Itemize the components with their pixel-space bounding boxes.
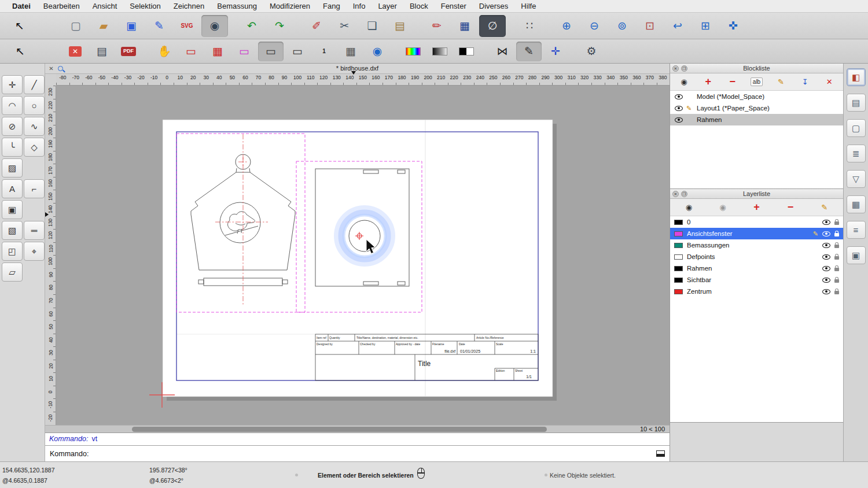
menu-layer[interactable]: Layer (372, 2, 403, 10)
circle-tool[interactable]: ○ (24, 96, 45, 115)
command-input[interactable] (93, 450, 656, 458)
selection-pointer[interactable]: ↖ (6, 15, 33, 37)
detach-panel-icon[interactable]: ❐ (681, 191, 687, 197)
point-tool[interactable]: ✛ (2, 75, 23, 94)
region-tool[interactable]: ◰ (2, 242, 23, 261)
snap-tool[interactable]: ⌖ (24, 242, 45, 261)
layer-row[interactable]: Defpoints ✎ (670, 251, 843, 263)
print[interactable]: ▤ (89, 42, 115, 61)
edit-layer-button[interactable]: ✎ (807, 201, 841, 215)
zoom-window[interactable]: ⊞ (692, 15, 719, 37)
selection-pointer-alt[interactable]: ↖ (8, 42, 33, 61)
lock-icon[interactable] (834, 291, 839, 294)
image-tool[interactable]: ▣ (2, 200, 23, 219)
visibility-eye-icon[interactable] (822, 220, 830, 225)
visibility-eye-icon[interactable] (675, 106, 683, 111)
zoom-out[interactable]: ⊖ (581, 15, 608, 37)
layer-row[interactable]: Rahmen ✎ (670, 263, 843, 274)
layer-row[interactable]: Bemassungen ✎ (670, 239, 843, 251)
viewport-zoom[interactable]: ◉ (365, 42, 390, 61)
text-tool[interactable]: A (2, 179, 23, 198)
ellipse-tool[interactable]: ⊘ (2, 117, 23, 136)
layer-row[interactable]: Sichtbar ✎ (670, 274, 843, 286)
lock-icon[interactable] (834, 279, 839, 283)
detach-panel-icon[interactable]: ❐ (681, 65, 687, 72)
add-block-button[interactable]: + (696, 75, 720, 89)
edit-block-button[interactable]: ✎ (768, 75, 793, 89)
block-row[interactable]: ✎ Model (*Model_Space) (670, 91, 843, 102)
print-preview[interactable]: ◉ (201, 15, 228, 37)
selected-viewport-circle[interactable] (339, 210, 390, 261)
library-browser-toggle[interactable]: ◧ (847, 68, 866, 86)
visibility-eye-icon[interactable] (822, 231, 830, 236)
delete-entities[interactable]: ✐ (303, 15, 330, 37)
menu-selektion[interactable]: Selektion (123, 2, 167, 10)
layer-row[interactable]: Ansichtsfenster ✎ (670, 228, 843, 239)
menu-bemassung[interactable]: Bemassung (211, 2, 263, 10)
save-document[interactable]: ▣ (118, 15, 145, 37)
pdf-export[interactable]: PDF (116, 42, 141, 61)
menu-diverses[interactable]: Diverses (473, 2, 515, 10)
save-as-document[interactable]: ✎ (146, 15, 172, 37)
visibility-eye-icon[interactable] (822, 243, 830, 248)
drawing-frame[interactable]: ▭ (178, 42, 204, 61)
grayscale-button[interactable] (427, 42, 453, 61)
lock-icon[interactable] (834, 256, 839, 260)
single-page-view[interactable]: 1 (311, 42, 337, 61)
clipboard-panel-toggle[interactable]: ▣ (847, 246, 866, 264)
paper-space-view[interactable]: ▭ (258, 42, 284, 61)
line-tool[interactable]: ╱ (24, 75, 45, 94)
viewport-frame[interactable]: ▭ (231, 42, 257, 61)
fit-arrows[interactable]: ⋈ (490, 42, 515, 61)
insert-block-button[interactable]: ↧ (793, 75, 817, 89)
visibility-eye-icon[interactable] (675, 94, 683, 99)
cut[interactable]: ✂ (331, 15, 358, 37)
draw-order[interactable]: ✎ (516, 42, 542, 61)
lock-icon[interactable] (834, 268, 839, 271)
block-visibility-toggle[interactable]: ◉ (672, 75, 696, 89)
visibility-eye-icon[interactable] (675, 117, 683, 123)
menu-datei[interactable]: Datei (6, 2, 37, 10)
previous-view[interactable]: ↩ (664, 15, 691, 37)
visibility-eye-icon[interactable] (822, 289, 830, 294)
crosshair-tool[interactable]: ✛ (543, 42, 568, 61)
lock-icon[interactable] (834, 245, 839, 248)
lock-icon[interactable] (834, 221, 839, 225)
visibility-eye-icon[interactable] (822, 254, 830, 260)
blackwhite-button[interactable] (454, 42, 479, 61)
horizontal-scrollbar[interactable]: 10 < 100 (45, 425, 670, 432)
edit-attributes[interactable]: ▦ (451, 15, 478, 37)
selection-filter-toggle[interactable]: ▽ (847, 170, 866, 188)
block-row[interactable]: ✎ Rahmen (670, 114, 843, 125)
command-window-toggle-icon[interactable] (656, 450, 665, 457)
hatch-tool[interactable]: ▨ (2, 158, 23, 178)
paste[interactable]: ▤ (387, 15, 413, 37)
shape-tool[interactable]: ◇ (24, 138, 45, 157)
menu-info[interactable]: Info (347, 2, 372, 10)
layer-row[interactable]: Zentrum ✎ (670, 286, 843, 297)
command-history-toggle[interactable]: ≡ (847, 221, 866, 239)
copy[interactable]: ❏ (359, 15, 385, 37)
rename-block-button[interactable]: alb (745, 75, 769, 89)
edit-pencil-icon[interactable]: ✎ (813, 230, 818, 238)
svg-export[interactable]: SVG (174, 15, 200, 37)
layer-row[interactable]: 0 ✎ (670, 216, 843, 228)
no-fill-mode[interactable]: ∅ (479, 15, 506, 37)
auto-zoom[interactable]: ⊚ (609, 15, 635, 37)
close-drawing[interactable]: ✕ (62, 42, 88, 61)
menu-block[interactable]: Block (403, 2, 435, 10)
visibility-eye-icon[interactable] (822, 278, 830, 283)
color-palette-button[interactable] (400, 42, 426, 61)
redo[interactable]: ↷ (266, 15, 293, 37)
block-list-toggle[interactable]: ≣ (847, 145, 866, 162)
menu-zeichnen[interactable]: Zeichnen (167, 2, 211, 10)
dimension-tool[interactable]: ⌐ (24, 179, 45, 198)
menu-fang[interactable]: Fang (317, 2, 347, 10)
ruler-tool[interactable]: ═ (24, 221, 45, 240)
pan-view[interactable]: ✜ (720, 15, 746, 37)
tools-settings[interactable]: ⚙ (579, 42, 604, 61)
close-block-button[interactable]: ✕ (817, 75, 841, 89)
add-layer-button[interactable]: + (740, 201, 774, 215)
menu-hilfe[interactable]: Hilfe (514, 2, 542, 10)
remove-block-button[interactable]: − (720, 75, 745, 89)
